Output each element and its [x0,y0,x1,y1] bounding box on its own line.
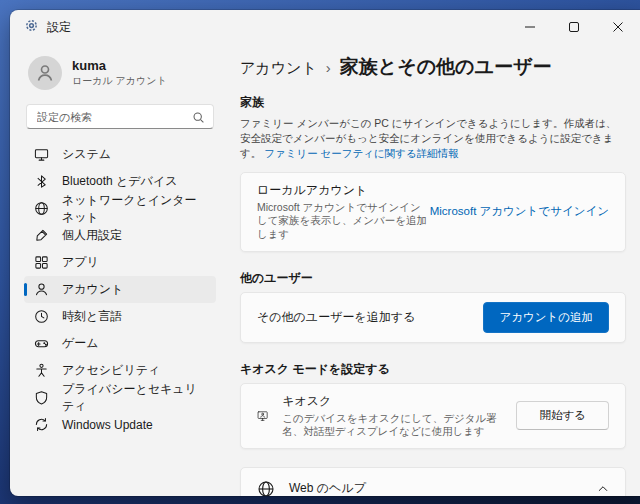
add-other-user-label: その他のユーザーを追加する [257,309,415,326]
user-account-type: ローカル アカウント [72,74,167,88]
local-account-description: Microsoft アカウントでサインインして家族を表示し、メンバーを追加します [257,201,430,242]
settings-app-icon [24,18,39,37]
sidebar-item-personalization[interactable]: 個人用設定 [24,222,216,249]
window-title: 設定 [47,19,71,36]
user-account[interactable]: kuma ローカル アカウント [28,56,216,90]
close-button[interactable] [596,10,640,44]
web-help-card: Web のヘルプ ローカル ユーザー アカウントの作成 ユーザーの切り替え [240,467,626,496]
kiosk-start-button[interactable]: 開始する [516,401,609,430]
settings-window: 設定 [10,10,640,496]
avatar [28,56,62,90]
time-language-icon [34,309,49,324]
web-help-globe-icon [257,480,275,496]
add-account-button[interactable]: アカウントの追加 [483,302,609,333]
windows-update-icon [34,417,49,432]
titlebar[interactable]: 設定 [10,10,640,44]
web-help-header[interactable]: Web のヘルプ [241,468,625,496]
add-other-user-card: その他のユーザーを追加する アカウントの追加 [240,292,626,343]
gaming-icon [34,336,49,351]
sidebar-item-apps[interactable]: アプリ [24,249,216,276]
family-description: ファミリー メンバーがこの PC にサインインできるようにします。作成者は、安全… [240,116,626,162]
accessibility-icon [34,363,49,378]
kiosk-icon [257,406,268,426]
page-title: 家族とその他のユーザー [340,54,552,80]
other-users-heading: 他のユーザー [240,270,626,287]
kiosk-title: キオスク [282,393,516,410]
personalization-icon [34,228,49,243]
family-section-heading: 家族 [240,94,626,111]
sidebar-item-windows-update[interactable]: Windows Update [24,411,216,438]
sidebar-item-time-language[interactable]: 時刻と言語 [24,303,216,330]
breadcrumb-separator-icon: › [326,59,331,76]
network-icon [34,201,49,216]
chevron-up-icon[interactable] [597,483,609,495]
family-safety-link[interactable]: ファミリー セーフティに関する詳細情報 [264,147,459,159]
sidebar: kuma ローカル アカウント システム [10,44,228,496]
breadcrumb-accounts[interactable]: アカウント [240,59,317,78]
desktop-wallpaper: 設定 [0,0,640,504]
sidebar-item-privacy-security[interactable]: プライバシーとセキュリティ [24,384,216,411]
sidebar-nav: システム Bluetooth とデバイス ネットワークとインターネット 個人用設… [24,141,216,438]
bluetooth-icon [34,174,49,189]
breadcrumb: アカウント › 家族とその他のユーザー [240,54,626,80]
maximize-button[interactable] [552,10,596,44]
search-box [26,104,214,129]
apps-icon [34,255,49,270]
accounts-icon [34,282,49,297]
sidebar-item-accounts[interactable]: アカウント [24,276,216,303]
search-input[interactable] [26,104,214,129]
privacy-icon [34,390,49,405]
web-help-title: Web のヘルプ [289,480,366,496]
sidebar-item-network-internet[interactable]: ネットワークとインターネット [24,195,216,222]
main-content: アカウント › 家族とその他のユーザー 家族 ファミリー メンバーがこの PC … [228,44,640,496]
local-account-card: ローカルアカウント Microsoft アカウントでサインインして家族を表示し、… [240,172,626,252]
kiosk-heading: キオスク モードを設定する [240,361,626,378]
minimize-button[interactable] [508,10,552,44]
sidebar-item-gaming[interactable]: ゲーム [24,330,216,357]
kiosk-description: このデバイスをキオスクにして、デジタル署名、対話型ディスプレイなどに使用します [282,412,516,439]
user-name: kuma [72,58,167,74]
sidebar-item-system[interactable]: システム [24,141,216,168]
system-icon [34,147,49,162]
search-icon [192,110,205,128]
kiosk-card: キオスク このデバイスをキオスクにして、デジタル署名、対話型ディスプレイなどに使… [240,383,626,449]
sign-in-microsoft-link[interactable]: Microsoft アカウントでサインイン [430,204,609,219]
local-account-title: ローカルアカウント [257,182,430,199]
